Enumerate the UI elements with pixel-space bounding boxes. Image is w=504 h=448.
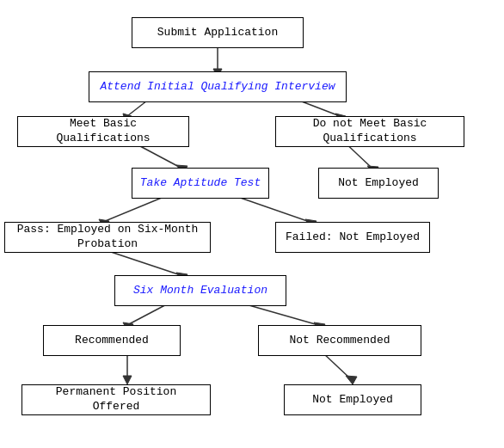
attend-label: Attend Initial Qualifying Interview [100, 80, 335, 95]
aptitude-label: Take Aptitude Test [140, 176, 261, 191]
not-employed-1-node: Not Employed [318, 168, 439, 199]
not-meet-node: Do not Meet Basic Qualifications [275, 116, 464, 147]
meet-node: Meet Basic Qualifications [17, 116, 189, 147]
failed-node: Failed: Not Employed [275, 222, 430, 253]
recommended-node: Recommended [43, 325, 181, 356]
svg-marker-21 [123, 376, 132, 384]
svg-marker-23 [346, 376, 357, 384]
not-recommended-node: Not Recommended [258, 325, 421, 356]
failed-label: Failed: Not Employed [286, 230, 420, 245]
permanent-label: Permanent Position Offered [29, 385, 203, 414]
svg-line-22 [323, 353, 350, 378]
six-month-label: Six Month Evaluation [133, 284, 267, 298]
not-employed-2-node: Not Employed [284, 384, 421, 415]
aptitude-node: Take Aptitude Test [132, 168, 269, 199]
not-employed-1-label: Not Employed [338, 176, 419, 191]
permanent-node: Permanent Position Offered [22, 384, 211, 415]
not-recommended-label: Not Recommended [289, 334, 390, 348]
six-month-node: Six Month Evaluation [114, 275, 286, 306]
recommended-label: Recommended [75, 334, 149, 348]
attend-node: Attend Initial Qualifying Interview [89, 71, 347, 102]
svg-line-14 [103, 249, 181, 275]
not-employed-2-label: Not Employed [312, 393, 393, 408]
meet-label: Meet Basic Qualifications [25, 117, 181, 146]
submit-label: Submit Application [157, 26, 278, 40]
submit-node: Submit Application [132, 17, 304, 48]
flowchart: Submit Application Attend Initial Qualif… [0, 0, 504, 448]
pass-node: Pass: Employed on Six-Month Probation [4, 222, 211, 253]
pass-label: Pass: Employed on Six-Month Probation [12, 223, 203, 252]
not-meet-label: Do not Meet Basic Qualifications [283, 117, 457, 146]
